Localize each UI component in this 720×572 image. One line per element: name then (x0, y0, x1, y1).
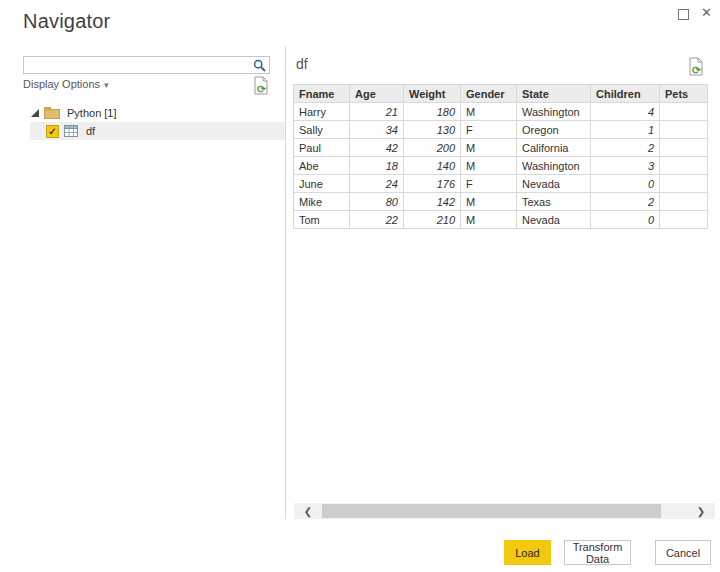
table-header-row: FnameAgeWeightGenderStateChildrenPets (294, 85, 708, 103)
search-box (23, 56, 270, 74)
load-button[interactable]: Load (504, 540, 551, 565)
table-cell: M (461, 103, 517, 121)
preview-table: FnameAgeWeightGenderStateChildrenPets Ha… (293, 84, 708, 229)
horizontal-scrollbar[interactable]: ❮ ❯ (294, 503, 715, 519)
table-cell: 140 (404, 157, 461, 175)
table-cell: Texas (517, 193, 591, 211)
table-cell: Washington (517, 157, 591, 175)
table-cell: M (461, 157, 517, 175)
table-cell: F (461, 175, 517, 193)
svg-text:⟳: ⟳ (257, 83, 267, 95)
table-cell: 200 (404, 139, 461, 157)
maximize-icon[interactable] (678, 9, 689, 20)
column-header-state: State (517, 85, 591, 103)
table-row: June24176FNevada0 (294, 175, 708, 193)
table-cell: California (517, 139, 591, 157)
table-cell: F (461, 121, 517, 139)
table-cell: 210 (404, 211, 461, 229)
tree-node-df[interactable]: ✓ df (30, 122, 285, 140)
table-cell: 22 (350, 211, 404, 229)
table-cell: 24 (350, 175, 404, 193)
table-cell: M (461, 193, 517, 211)
table-cell (660, 175, 708, 193)
cancel-button[interactable]: Cancel (655, 540, 711, 565)
table-cell: 42 (350, 139, 404, 157)
table-cell: 21 (350, 103, 404, 121)
panel-divider (285, 46, 286, 519)
table-cell (660, 157, 708, 175)
table-cell: 176 (404, 175, 461, 193)
table-cell: 1 (591, 121, 660, 139)
table-cell: M (461, 211, 517, 229)
preview-title: df (296, 56, 308, 72)
column-header-children: Children (591, 85, 660, 103)
expand-collapse-icon[interactable] (30, 108, 40, 118)
table-cell (660, 139, 708, 157)
navigation-tree: Python [1] ✓ df (0, 104, 285, 140)
display-options-menu[interactable]: Display Options▾ (23, 78, 109, 90)
table-cell: Oregon (517, 121, 591, 139)
tree-item-label: df (86, 125, 95, 137)
table-cell: M (461, 139, 517, 157)
table-row: Paul42200MCalifornia2 (294, 139, 708, 157)
table-cell (660, 103, 708, 121)
table-cell: 2 (591, 193, 660, 211)
table-cell (660, 211, 708, 229)
table-cell: Nevada (517, 175, 591, 193)
column-header-weight: Weight (404, 85, 461, 103)
navigator-dialog: Navigator ✕ Display Options▾ ⟳ Python (0, 0, 720, 572)
transform-data-button[interactable]: Transform Data (564, 540, 631, 565)
table-cell: Abe (294, 157, 350, 175)
page-title: Navigator (23, 10, 110, 33)
table-cell: Nevada (517, 211, 591, 229)
column-header-age: Age (350, 85, 404, 103)
table-cell (660, 121, 708, 139)
table-cell: 34 (350, 121, 404, 139)
table-cell: 130 (404, 121, 461, 139)
table-cell: 3 (591, 157, 660, 175)
table-cell: Harry (294, 103, 350, 121)
table-cell: Paul (294, 139, 350, 157)
window-controls: ✕ (678, 4, 712, 22)
table-cell: 4 (591, 103, 660, 121)
display-options-label: Display Options (23, 78, 100, 90)
chevron-right-icon[interactable]: ❯ (693, 503, 709, 519)
table-cell: Sally (294, 121, 350, 139)
table-cell: 0 (591, 175, 660, 193)
search-icon (253, 59, 266, 72)
refresh-preview-icon[interactable]: ⟳ (688, 57, 704, 76)
column-header-gender: Gender (461, 85, 517, 103)
table-cell: 80 (350, 193, 404, 211)
table-cell: Tom (294, 211, 350, 229)
checkbox-checked[interactable]: ✓ (46, 125, 59, 138)
table-row: Mike80142MTexas2 (294, 193, 708, 211)
table-cell: 142 (404, 193, 461, 211)
table-cell: June (294, 175, 350, 193)
table-cell: Washington (517, 103, 591, 121)
column-header-fname: Fname (294, 85, 350, 103)
table-cell: 2 (591, 139, 660, 157)
close-icon[interactable]: ✕ (701, 4, 712, 22)
refresh-preview-icon[interactable]: ⟳ (253, 76, 269, 95)
table-icon (64, 125, 78, 137)
column-header-pets: Pets (660, 85, 708, 103)
table-row: Tom22210MNevada0 (294, 211, 708, 229)
search-input[interactable] (24, 58, 253, 72)
tree-folder-label: Python [1] (67, 107, 117, 119)
table-cell: 180 (404, 103, 461, 121)
table-row: Harry21180MWashington4 (294, 103, 708, 121)
svg-text:⟳: ⟳ (692, 64, 702, 76)
table-row: Abe18140MWashington3 (294, 157, 708, 175)
table-cell: Mike (294, 193, 350, 211)
table-row: Sally34130FOregon1 (294, 121, 708, 139)
table-cell: 0 (591, 211, 660, 229)
chevron-left-icon[interactable]: ❮ (300, 503, 316, 519)
tree-node-python[interactable]: Python [1] (0, 104, 285, 122)
table-cell (660, 193, 708, 211)
table-cell: 18 (350, 157, 404, 175)
scrollbar-thumb[interactable] (322, 504, 661, 518)
folder-icon (44, 107, 60, 119)
chevron-down-icon: ▾ (104, 80, 109, 90)
